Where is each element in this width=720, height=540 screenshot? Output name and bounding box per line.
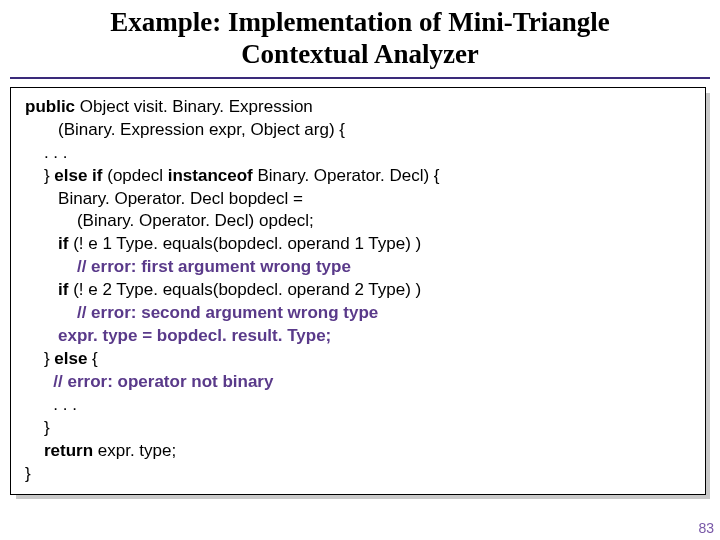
title-line-2: Contextual Analyzer (241, 39, 479, 69)
code-text: } (25, 417, 695, 440)
code-comment: // error: operator not binary (25, 372, 273, 391)
code-text: (opdecl (107, 166, 167, 185)
page-number: 83 (698, 520, 714, 536)
kw-if: if (58, 234, 73, 253)
code-text: (Binary. Expression expr, Object arg) { (25, 119, 695, 142)
kw-else: else (54, 349, 92, 368)
code-text: Binary. Operator. Decl) { (257, 166, 439, 185)
code-text: Binary. Operator. Decl bopdecl = (25, 188, 695, 211)
title-line-1: Example: Implementation of Mini-Triangle (110, 7, 610, 37)
code-text: } (25, 349, 54, 368)
code-text (25, 234, 58, 253)
code-content: public Object visit. Binary. Expression … (10, 87, 706, 495)
title-underline (10, 77, 710, 79)
kw-if: if (58, 280, 73, 299)
kw-instanceof: instanceof (168, 166, 258, 185)
code-text: (! e 2 Type. equals(bopdecl. operand 2 T… (73, 280, 421, 299)
code-text: . . . (25, 142, 695, 165)
kw-return: return (44, 441, 98, 460)
code-text: (! e 1 Type. equals(bopdecl. operand 1 T… (73, 234, 421, 253)
code-comment: // error: first argument wrong type (25, 257, 351, 276)
code-highlight: expr. type = bopdecl. result. Type; (25, 326, 331, 345)
code-text: . . . (25, 394, 695, 417)
code-text: (Binary. Operator. Decl) opdecl; (25, 210, 695, 233)
code-text: } (25, 463, 695, 486)
code-text (25, 280, 58, 299)
code-box: public Object visit. Binary. Expression … (10, 87, 706, 495)
kw-public: public (25, 97, 80, 116)
code-text: } (25, 166, 54, 185)
code-text (25, 441, 44, 460)
code-text: expr. type; (98, 441, 176, 460)
code-text: Object visit. Binary. Expression (80, 97, 313, 116)
code-text: { (92, 349, 98, 368)
kw-else-if: else if (54, 166, 107, 185)
slide-title: Example: Implementation of Mini-Triangle… (40, 6, 680, 71)
code-comment: // error: second argument wrong type (25, 303, 378, 322)
